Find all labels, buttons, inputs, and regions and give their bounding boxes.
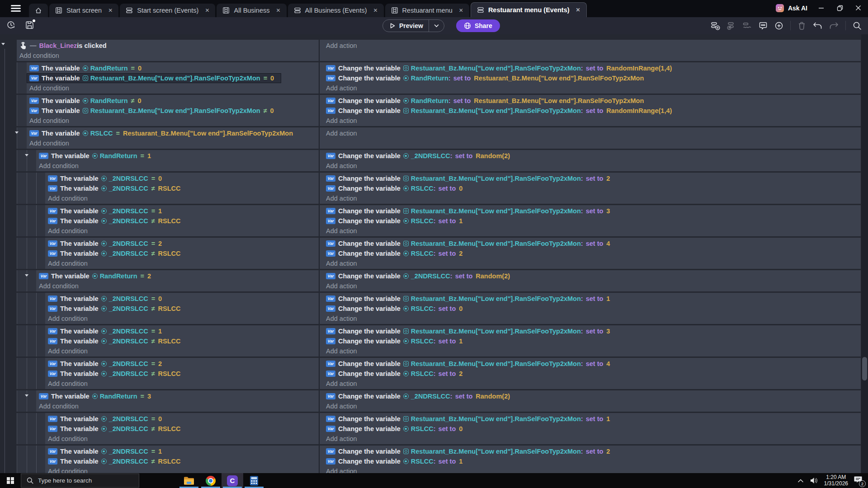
action-row[interactable]: VarChange the variableRestuarant_Bz.Menu…	[323, 414, 861, 424]
add-action-link[interactable]: Add action	[323, 258, 861, 268]
condition-row[interactable]: VarThe variable_2NDRSLCC=0	[45, 414, 319, 424]
add-action-link[interactable]: Add action	[323, 128, 861, 138]
add-action-link[interactable]: Add action	[323, 314, 861, 323]
condition-row[interactable]: VarThe variable_2NDRSLCC=1	[45, 446, 319, 456]
tab-close-icon[interactable]: ✕	[373, 7, 378, 14]
add-condition-link[interactable]: Add condition	[45, 466, 319, 473]
condition-row[interactable]: VarThe variableRSLCC=Restuarant_Bz.Menu[…	[27, 128, 319, 138]
add-circle-icon[interactable]	[774, 21, 783, 30]
tab-close-icon[interactable]: ✕	[205, 7, 209, 14]
condition-row[interactable]: VarThe variable_2NDRSLCC≠RSLCC	[45, 249, 319, 258]
action-row[interactable]: VarChange the variableRandReturn:set toR…	[323, 96, 861, 106]
add-condition-link[interactable]: Add condition	[27, 116, 319, 125]
tab-start-screen-events-[interactable]: Start screen (Events)✕	[120, 4, 215, 17]
condition-row[interactable]: VarThe variableRandReturn=3	[36, 391, 319, 401]
action-row[interactable]: VarChange the variableRestuarant_Bz.Menu…	[323, 294, 861, 304]
ask-ai-button[interactable]: Ask AI	[775, 4, 807, 13]
condition-row[interactable]: VarThe variable_2NDRSLCC≠RSLCC	[45, 369, 319, 379]
hidden-icons-chevron[interactable]	[797, 479, 804, 483]
start-button[interactable]	[0, 473, 21, 488]
condition-row[interactable]: VarThe variable_2NDRSLCC=0	[45, 174, 319, 183]
tab-start-screen[interactable]: Start screen✕	[49, 4, 118, 17]
action-row[interactable]: VarChange the variableRestuarant_Bz.Menu…	[323, 326, 861, 336]
collapse-chevron-icon[interactable]	[25, 274, 28, 277]
condition-row[interactable]: VarThe variableRandReturn=2	[36, 271, 319, 281]
action-row[interactable]: VarChange the variableRSLCC:set to2	[323, 249, 861, 258]
add-action-link[interactable]: Add action	[323, 401, 861, 411]
condition-row[interactable]: VarThe variable_2NDRSLCC≠RSLCC	[45, 336, 319, 346]
add-action-icon[interactable]	[743, 21, 752, 30]
add-condition-link[interactable]: Add condition	[45, 314, 319, 323]
condition-row[interactable]: VarThe variableRestuarant_Bz.Menu["Low e…	[27, 73, 281, 83]
action-row[interactable]: VarChange the variableRSLCC:set to1	[323, 216, 861, 226]
minimize-icon[interactable]	[818, 5, 825, 11]
tab-close-icon[interactable]: ✕	[276, 7, 280, 14]
taskbar-file-explorer[interactable]	[178, 473, 200, 488]
delete-icon[interactable]	[797, 21, 806, 30]
history-icon[interactable]	[6, 20, 15, 29]
add-condition-link[interactable]: Add condition	[45, 434, 319, 443]
action-row[interactable]: VarChange the variableRestuarant_Bz.Menu…	[323, 63, 861, 73]
preview-button[interactable]: Preview	[382, 19, 444, 32]
taskbar-chrome[interactable]	[200, 473, 222, 488]
tab-close-icon[interactable]: ✕	[108, 7, 113, 14]
add-action-link[interactable]: Add action	[323, 83, 861, 93]
action-row[interactable]: VarChange the variableRestuarant_Bz.Menu…	[323, 106, 861, 116]
action-row[interactable]: VarChange the variableRandReturn:set toR…	[323, 73, 861, 83]
add-condition-link[interactable]: Add condition	[17, 51, 319, 60]
action-row[interactable]: VarChange the variableRestuarant_Bz.Menu…	[323, 446, 861, 456]
trigger-row[interactable]: —Black_Linez is clicked	[17, 41, 319, 51]
search-input[interactable]	[38, 477, 128, 484]
tab-restuarant-menu-events-[interactable]: Restuarant menu (Events)✕	[471, 2, 587, 17]
tab-close-icon[interactable]: ✕	[576, 7, 580, 13]
condition-row[interactable]: VarThe variable_2NDRSLCC=2	[45, 239, 319, 249]
condition-row[interactable]: VarThe variableRandReturn≠0	[27, 96, 319, 106]
action-row[interactable]: VarChange the variableRestuarant_Bz.Menu…	[323, 174, 861, 183]
undo-icon[interactable]	[813, 22, 822, 30]
action-row[interactable]: VarChange the variableRestuarant_Bz.Menu…	[323, 239, 861, 249]
collapse-chevron-icon[interactable]	[25, 394, 28, 397]
add-condition-link[interactable]: Add condition	[45, 379, 319, 388]
action-row[interactable]: VarChange the variableRSLCC:set to0	[323, 424, 861, 434]
tab-restuarant-menu[interactable]: Restuarant menu✕	[385, 4, 469, 17]
action-row[interactable]: VarChange the variable_2NDRSLCC:set toRa…	[323, 151, 861, 161]
search-icon[interactable]	[853, 21, 862, 30]
condition-row[interactable]: VarThe variableRandReturn=0	[27, 63, 319, 73]
notification-center[interactable]: 2	[854, 476, 863, 485]
redo-icon[interactable]	[829, 22, 839, 30]
add-condition-link[interactable]: Add condition	[36, 281, 319, 291]
action-row[interactable]: VarChange the variableRSLCC:set to0	[323, 183, 861, 193]
add-condition-link[interactable]: Add condition	[45, 346, 319, 356]
share-button[interactable]: Share	[456, 19, 500, 32]
add-event-icon[interactable]	[711, 21, 720, 30]
add-action-link[interactable]: Add action	[323, 226, 861, 235]
save-button[interactable]	[25, 21, 34, 29]
condition-row[interactable]: VarThe variable_2NDRSLCC=1	[45, 326, 319, 336]
collapse-chevron-icon[interactable]	[25, 154, 28, 156]
condition-row[interactable]: VarThe variable_2NDRSLCC≠RSLCC	[45, 304, 319, 314]
add-condition-link[interactable]: Add condition	[45, 226, 319, 235]
add-action-link[interactable]: Add action	[323, 466, 861, 473]
action-row[interactable]: VarChange the variableRSLCC:set to1	[323, 336, 861, 346]
action-row[interactable]: VarChange the variable_2NDRSLCC:set toRa…	[323, 271, 861, 281]
action-row[interactable]: VarChange the variableRSLCC:set to0	[323, 304, 861, 314]
add-condition-link[interactable]: Add condition	[45, 258, 319, 268]
condition-row[interactable]: VarThe variableRandReturn=1	[36, 151, 319, 161]
add-action-link[interactable]: Add action	[323, 41, 861, 50]
tab-close-icon[interactable]: ✕	[459, 7, 463, 14]
taskbar-clock[interactable]: 1:20 AM 1/31/2026	[824, 474, 848, 487]
action-row[interactable]: VarChange the variableRSLCC:set to1	[323, 456, 861, 466]
tab-all-business[interactable]: All Business✕	[217, 4, 286, 17]
condition-row[interactable]: VarThe variable_2NDRSLCC≠RSLCC	[45, 456, 319, 466]
add-action-link[interactable]: Add action	[323, 346, 861, 356]
condition-row[interactable]: VarThe variable_2NDRSLCC=2	[45, 359, 319, 369]
add-condition-link[interactable]: Add condition	[36, 161, 319, 170]
add-action-link[interactable]: Add action	[323, 281, 861, 291]
comment-icon[interactable]	[759, 21, 768, 30]
add-action-link[interactable]: Add action	[323, 434, 861, 443]
action-row[interactable]: VarChange the variableRestuarant_Bz.Menu…	[323, 359, 861, 369]
taskbar-search[interactable]	[21, 474, 139, 488]
restore-icon[interactable]	[836, 5, 843, 11]
action-row[interactable]: VarChange the variableRestuarant_Bz.Menu…	[323, 206, 861, 216]
condition-row[interactable]: VarThe variable_2NDRSLCC=1	[45, 206, 319, 216]
